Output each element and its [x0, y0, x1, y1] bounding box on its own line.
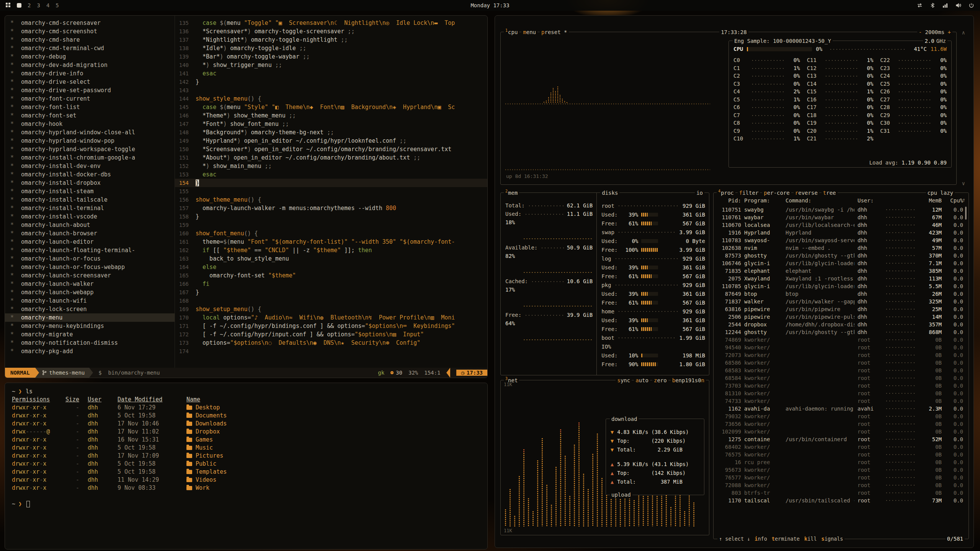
interface-switcher[interactable]: b enp191s0 n — [671, 377, 706, 384]
file-item[interactable]: *omarchy-hyprland-window-pop — [5, 137, 175, 145]
process-row[interactable]: 74733kworker/root0B0.0 — [714, 397, 969, 405]
terminate-button[interactable]: terminate — [772, 535, 800, 543]
process-row[interactable]: 68586kworker/root0B0.0 — [714, 359, 969, 367]
file-item[interactable]: *omarchy-pkg-add — [5, 347, 175, 355]
file-item[interactable]: *omarchy-install-dropbox — [5, 179, 175, 187]
dir-name[interactable]: Games — [186, 436, 480, 444]
process-row[interactable]: 12244ghostty/usr/bin/ghostty --gtk-dhh86… — [714, 328, 969, 336]
file-item[interactable]: *omarchy-install-terminal — [5, 204, 175, 212]
file-item[interactable]: *omarchy-launch-screensaver — [5, 271, 175, 280]
dir-name[interactable]: Music — [186, 444, 480, 452]
process-row[interactable]: 94540kworker/root0B0.0 — [714, 344, 969, 351]
file-item[interactable]: *omarchy-debug — [5, 52, 175, 61]
code-lines[interactable]: 135 case $(menu "Toggle" "▣ Screensaver\… — [175, 16, 487, 368]
process-row[interactable]: 68584kworker/root0B0.0 — [714, 374, 969, 382]
process-row[interactable]: 2506pipewire/usr/bin/pipewire-pulsedhh14… — [714, 313, 969, 321]
power-icon[interactable] — [969, 3, 974, 8]
swap-arrows-icon[interactable] — [917, 3, 923, 8]
file-item[interactable]: *omarchy-cmd-share — [5, 36, 175, 44]
info-button[interactable]: info — [755, 535, 767, 543]
signals-button[interactable]: signals — [822, 535, 843, 543]
column-header[interactable]: Cpu% — [945, 197, 963, 204]
process-row[interactable]: 71837walker/usr/bin/walker --gappldhh325… — [714, 298, 969, 305]
dir-name[interactable]: Public — [186, 460, 480, 468]
process-row[interactable]: 110783swayosd-/usr/bin/swayosd-serverdhh… — [714, 236, 969, 244]
process-row[interactable]: 72088kworker/root0B0.0 — [714, 481, 969, 489]
file-item[interactable]: *omarchy-launch-or-focus-webapp — [5, 263, 175, 271]
volume-icon[interactable] — [956, 3, 961, 8]
process-row[interactable]: 73656kworker/root0B0.0 — [714, 420, 969, 428]
dir-name[interactable]: Pictures — [186, 452, 480, 460]
process-row[interactable]: 95673kworker/root0B0.0 — [714, 466, 969, 474]
net-option-auto[interactable]: auto — [634, 377, 650, 384]
file-item[interactable]: *omarchy-launch-editor — [5, 238, 175, 246]
process-row[interactable]: 1162avahi-daavahi-daemon: running [avahi… — [714, 405, 969, 412]
process-row[interactable]: 73703kworker/root0B0.0 — [714, 382, 969, 390]
file-item[interactable]: *omarchy-cmd-screenshot — [5, 27, 175, 36]
scroll-down-icon[interactable]: ∨ — [962, 180, 965, 186]
process-row[interactable]: 76575kworker/root0B0.0 — [714, 451, 969, 458]
file-item[interactable]: *omarchy-install-chromium-google-a — [5, 153, 175, 162]
file-item[interactable]: *omarchy-install-vscode — [5, 212, 175, 221]
process-row[interactable]: 110670localsea/usr/lib/localsearch-exdhh… — [714, 221, 969, 229]
column-header[interactable]: Program: — [744, 197, 782, 204]
process-row[interactable]: 68402kworker/root0B0.0 — [714, 443, 969, 451]
dir-name[interactable]: Documents — [186, 412, 480, 420]
menu-button[interactable]: menu — [521, 28, 537, 36]
file-item[interactable]: *omarchy-drive-set-password — [5, 86, 175, 95]
net-option-zero[interactable]: zero — [652, 377, 668, 384]
process-row[interactable]: 2075XwaylandXwayland :1 -rootless -dhh11… — [714, 275, 969, 282]
process-row[interactable]: 63816pipewire/usr/bin/pipewiredhh25M0.0 — [714, 305, 969, 313]
file-item[interactable]: *omarchy-launch-wifi — [5, 297, 175, 305]
process-row[interactable]: 106746glycin-i/usr/lib/glycin-loadersdhh… — [714, 259, 969, 267]
process-row[interactable]: 87573ghostty/usr/bin/ghostty --gtk-dhh37… — [714, 252, 969, 259]
process-row[interactable]: 1170tailscal/usr/sbin/tailscaled --root7… — [714, 497, 969, 504]
process-row[interactable]: 79032kworker/root0B0.0 — [714, 412, 969, 420]
file-item[interactable]: *omarchy-font-set — [5, 111, 175, 120]
process-row[interactable]: 110761waybar/usr/bin/waybardhh67M0.0 — [714, 214, 969, 221]
workspace-4[interactable]: 4 — [46, 2, 49, 8]
net-option-sync[interactable]: sync — [616, 377, 632, 384]
column-header[interactable]: MemB — [920, 197, 942, 204]
file-item[interactable]: *omarchy-migrate — [5, 330, 175, 339]
dir-name[interactable]: Desktop — [186, 404, 480, 412]
select-control[interactable]: ↑ select ↓ — [719, 535, 750, 543]
process-row[interactable]: 87649btopbtopdhh26M0.0 — [714, 290, 969, 298]
launcher-icon[interactable] — [5, 2, 11, 9]
process-row[interactable]: 102099kworker/root0B0.0 — [714, 428, 969, 435]
file-item[interactable]: *omarchy-install-dev-env — [5, 162, 175, 170]
scroll-up-icon[interactable]: ∧ — [962, 29, 965, 36]
file-item[interactable]: *omarchy-install-tailscale — [5, 196, 175, 204]
process-row[interactable]: 81310kworker/root0B0.0 — [714, 390, 969, 397]
file-item[interactable]: *omarchy-launch-browser — [5, 229, 175, 238]
proc-option-filter[interactable]: filter — [738, 189, 760, 197]
workspace-5[interactable]: 5 — [56, 2, 59, 8]
process-row[interactable]: 72073kworker/root0B0.0 — [714, 351, 969, 359]
file-item[interactable]: *omarchy-cmd-terminal-cwd — [5, 44, 175, 52]
file-item[interactable]: *omarchy-hook — [5, 120, 175, 128]
process-row[interactable]: 74869kworker/root0B0.0 — [714, 336, 969, 344]
process-row[interactable]: 110751swaybg/usr/bin/swaybg -i /homdhh12… — [714, 206, 969, 214]
file-item[interactable]: *omarchy-launch-walker — [5, 280, 175, 288]
kill-button[interactable]: kill — [804, 535, 817, 543]
workspace-2[interactable]: 2 — [28, 2, 31, 8]
process-row[interactable]: 68583kworker/root0B0.0 — [714, 367, 969, 374]
process-row[interactable]: 803btrfs-trroot0B0.0 — [714, 489, 969, 497]
proc-option-per-core[interactable]: per-core — [762, 189, 791, 197]
file-item[interactable]: *omarchy-menu-keybindings — [5, 322, 175, 330]
file-item[interactable]: *omarchy-notification-dismiss — [5, 339, 175, 347]
file-item[interactable]: *omarchy-drive-info — [5, 69, 175, 78]
dir-name[interactable]: Templates — [186, 468, 480, 476]
proc-option-tree[interactable]: tree — [822, 189, 838, 197]
file-item[interactable]: *omarchy-cmd-screensaver — [5, 19, 175, 27]
file-item[interactable]: *omarchy-hyprland-window-close-all — [5, 128, 175, 137]
bluetooth-icon[interactable] — [930, 3, 935, 8]
file-item[interactable]: *omarchy-font-list — [5, 103, 175, 111]
process-row[interactable]: 1275containe/usr/bin/containerdroot52M0.… — [714, 435, 969, 443]
file-item[interactable]: *omarchy-launch-floating-terminal- — [5, 246, 175, 254]
workspace-active[interactable] — [17, 3, 21, 8]
process-row[interactable]: 71835elephantelephantdhh385M0.0 — [714, 267, 969, 275]
file-item[interactable]: *omarchy-menu — [5, 313, 175, 322]
file-item[interactable]: *omarchy-launch-webapp — [5, 288, 175, 297]
current-prompt[interactable]: ~ ❯ — [12, 500, 480, 508]
